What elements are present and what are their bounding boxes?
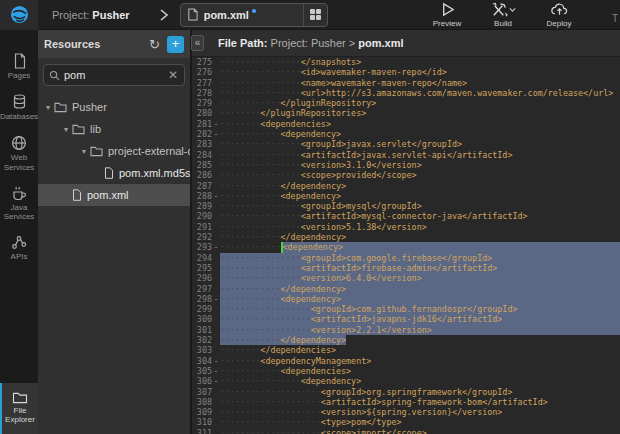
code-line-content[interactable]: ················<scope>provided</scope> — [220, 170, 620, 180]
clear-search-icon[interactable]: ✕ — [167, 68, 179, 82]
code-line-content[interactable]: ············<dependencies> — [220, 366, 620, 376]
code-line-301[interactable]: 301··················<version>2.2.1</ver… — [192, 325, 620, 335]
expand-arrow-icon[interactable]: ▾ — [60, 125, 72, 134]
code-line-288[interactable]: 288-············<dependency> — [192, 191, 620, 201]
code-line-content[interactable]: ········<dependencies> — [220, 119, 620, 129]
fold-marker[interactable]: - — [212, 191, 220, 201]
code-line-content[interactable]: ················<id>wavemaker-maven-repo… — [220, 67, 620, 77]
code-line-content[interactable]: ················<artifactId>mysql-connec… — [220, 211, 620, 221]
fold-marker[interactable]: - — [212, 294, 220, 304]
project-breadcrumb[interactable]: Project: Pusher — [52, 9, 130, 21]
code-line-content[interactable]: ··················<groupId>com.github.fe… — [220, 304, 620, 314]
code-line-275[interactable]: 275················</snapshots> — [192, 57, 620, 67]
code-line-292[interactable]: 292············</dependency> — [192, 232, 620, 242]
code-line-content[interactable]: ················<dependency> — [220, 376, 620, 386]
add-resource-button[interactable]: + — [167, 36, 184, 53]
code-line-277[interactable]: 277················<name>wavemaker-maven… — [192, 78, 620, 88]
code-line-content[interactable]: ················<groupId>mysql</groupId> — [220, 201, 620, 211]
code-line-content[interactable]: ················<version>6.4.0</version> — [220, 273, 620, 283]
code-line-293[interactable]: 293-············<dependency> — [192, 242, 620, 252]
tree-item-pom.xml[interactable]: pom.xml — [38, 184, 190, 206]
code-line-298[interactable]: 298-············<dependency> — [192, 294, 620, 304]
code-line-content[interactable]: ················<artifactId>firebase-adm… — [220, 263, 620, 273]
code-line-303[interactable]: 303········</dependencies> — [192, 345, 620, 355]
sidebar-item-web-services[interactable]: Web Services — [0, 128, 38, 178]
code-line-content[interactable]: ····················<groupId>org.springf… — [220, 387, 620, 397]
code-line-content[interactable]: ············</dependency> — [220, 181, 620, 191]
sidebar-item-file-explorer[interactable]: File Explorer — [0, 383, 38, 434]
code-line-content[interactable]: ············</dependency> — [220, 232, 620, 242]
code-line-content[interactable]: ········<dependencyManagement> — [220, 356, 620, 366]
code-line-306[interactable]: 306-················<dependency> — [192, 376, 620, 386]
code-line-302[interactable]: 302············</dependency> — [192, 335, 620, 345]
code-line-content[interactable]: ············</pluginRepository> — [220, 98, 620, 108]
expand-arrow-icon[interactable]: ▾ — [78, 147, 90, 156]
code-line-310[interactable]: 310····················<type>pom</type> — [192, 417, 620, 427]
code-line-280[interactable]: 280········</pluginRepositories> — [192, 108, 620, 118]
code-line-content[interactable]: ········</dependencies> — [220, 345, 620, 355]
fold-marker[interactable]: - — [212, 376, 220, 386]
tree-item-pusher[interactable]: ▾Pusher — [38, 96, 190, 118]
fold-marker[interactable]: - — [212, 242, 220, 252]
code-line-279[interactable]: 279············</pluginRepository> — [192, 98, 620, 108]
code-line-290[interactable]: 290················<artifactId>mysql-con… — [192, 211, 620, 221]
code-line-content[interactable]: ············<dependency> — [220, 129, 620, 139]
code-line-309[interactable]: 309····················<version>${spring… — [192, 407, 620, 417]
sidebar-item-apis[interactable]: APIs — [0, 228, 38, 268]
code-line-300[interactable]: 300··················<artifactId>javapns… — [192, 314, 620, 324]
code-line-content[interactable]: ····················<version>${spring.ve… — [220, 407, 620, 417]
tree-item-project-external-dependencies[interactable]: ▾project-external-dependencies — [38, 140, 190, 162]
code-line-content[interactable]: ················<groupId>com.google.fire… — [220, 253, 620, 263]
fold-marker[interactable]: - — [212, 119, 220, 129]
code-line-content[interactable]: ············<dependency> — [220, 294, 620, 304]
code-line-294[interactable]: 294················<groupId>com.google.f… — [192, 253, 620, 263]
code-line-291[interactable]: 291················<version>5.1.38</vers… — [192, 222, 620, 232]
tab-pom-xml[interactable]: pom.xml — [180, 3, 328, 27]
code-line-content[interactable]: ················<name>wavemaker-maven-re… — [220, 78, 620, 88]
code-line-content[interactable]: ····················<artifactId>spring-f… — [220, 397, 620, 407]
code-line-308[interactable]: 308····················<artifactId>sprin… — [192, 397, 620, 407]
code-line-content[interactable]: ··················<version>2.2.1</versio… — [220, 325, 620, 335]
code-line-295[interactable]: 295················<artifactId>firebase-… — [192, 263, 620, 273]
preview-button[interactable]: Preview — [424, 1, 470, 28]
sidebar-item-java-services[interactable]: Java Services — [0, 179, 38, 228]
code-line-content[interactable]: ············<dependency> — [220, 242, 620, 252]
code-line-content[interactable]: ········</pluginRepositories> — [220, 108, 620, 118]
code-line-278[interactable]: 278················<url>http://s3.amazon… — [192, 88, 620, 98]
fold-marker[interactable]: - — [212, 366, 220, 376]
code-line-305[interactable]: 305-············<dependencies> — [192, 366, 620, 376]
code-line-299[interactable]: 299··················<groupId>com.github… — [192, 304, 620, 314]
build-button[interactable]: Build — [480, 1, 526, 28]
code-line-283[interactable]: 283················<groupId>javax.servle… — [192, 139, 620, 149]
code-line-276[interactable]: 276················<id>wavemaker-maven-r… — [192, 67, 620, 77]
code-line-content[interactable]: ············<dependency> — [220, 191, 620, 201]
code-line-304[interactable]: 304-········<dependencyManagement> — [192, 356, 620, 366]
fold-marker[interactable]: - — [212, 129, 220, 139]
code-line-296[interactable]: 296················<version>6.4.0</versi… — [192, 273, 620, 283]
tree-item-lib[interactable]: ▾lib — [38, 118, 190, 140]
split-view-button[interactable] — [303, 4, 327, 26]
code-line-content[interactable]: ················<url>http://s3.amazonaws… — [220, 88, 620, 98]
code-line-307[interactable]: 307····················<groupId>org.spri… — [192, 387, 620, 397]
code-line-282[interactable]: 282-············<dependency> — [192, 129, 620, 139]
code-line-content[interactable]: ················</snapshots> — [220, 57, 620, 67]
code-line-287[interactable]: 287············</dependency> — [192, 181, 620, 191]
code-line-content[interactable]: ················<artifactId>javax.servle… — [220, 150, 620, 160]
code-line-297[interactable]: 297············</dependency> — [192, 284, 620, 294]
code-line-content[interactable]: ············</dependency> — [220, 335, 620, 345]
wavemaker-logo[interactable] — [0, 0, 38, 30]
code-line-content[interactable]: ··················<artifactId>javapns-jd… — [220, 314, 620, 324]
search-box[interactable]: ✕ — [43, 64, 185, 86]
expand-arrow-icon[interactable]: ▾ — [42, 103, 54, 112]
code-line-311[interactable]: 311····················<scope>import</sc… — [192, 428, 620, 434]
code-line-284[interactable]: 284················<artifactId>javax.ser… — [192, 150, 620, 160]
truncated-right-label[interactable]: T — [612, 13, 618, 24]
collapse-panel-button[interactable]: « — [191, 35, 204, 51]
code-line-285[interactable]: 285················<version>3.1.0</versi… — [192, 160, 620, 170]
code-line-content[interactable]: ····················<type>pom</type> — [220, 417, 620, 427]
code-line-content[interactable]: ················<groupId>javax.servlet</… — [220, 139, 620, 149]
code-area[interactable]: 275················</snapshots>276······… — [192, 57, 620, 434]
code-line-content[interactable]: ····················<scope>import</scope… — [220, 428, 620, 434]
fold-marker[interactable]: - — [212, 356, 220, 366]
deploy-button[interactable]: Deploy — [536, 1, 582, 28]
